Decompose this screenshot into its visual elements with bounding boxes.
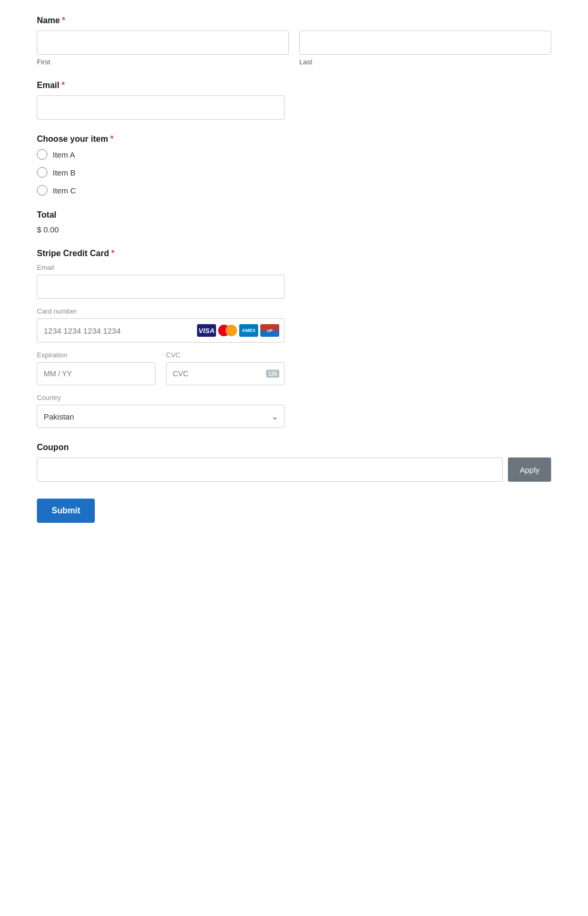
expiry-label: Expiration — [37, 351, 155, 359]
country-wrapper: Pakistan United States United Kingdom Ca… — [37, 405, 285, 428]
expiry-cvc-row: Expiration CVC 135 — [37, 351, 285, 385]
cvc-input-wrapper: 135 — [166, 362, 285, 385]
email-input[interactable] — [37, 95, 285, 120]
name-label: Name * — [37, 16, 551, 25]
radio-label-a: Item A — [53, 150, 75, 159]
amex-icon: AMEX — [239, 324, 258, 337]
stripe-email-label: Email — [37, 264, 551, 271]
radio-input-b[interactable] — [37, 167, 47, 178]
total-label: Total — [37, 210, 551, 220]
choose-item-label-text: Choose your item — [37, 134, 108, 144]
coupon-label-text: Coupon — [37, 443, 68, 452]
expiry-input[interactable] — [37, 362, 155, 385]
email-label-text: Email — [37, 81, 60, 90]
card-number-wrapper: VISA AMEX UP — [37, 318, 285, 343]
card-icons: VISA AMEX UP — [197, 324, 279, 337]
submit-button[interactable]: Submit — [37, 499, 95, 523]
apply-button[interactable]: Apply — [508, 457, 551, 482]
expiry-col: Expiration — [37, 351, 155, 385]
radio-item-a[interactable]: Item A — [37, 149, 551, 160]
radio-input-a[interactable] — [37, 149, 47, 160]
coupon-label: Coupon — [37, 443, 551, 452]
choose-item-label: Choose your item * — [37, 134, 551, 144]
choose-item-required-star: * — [110, 134, 113, 144]
country-select[interactable]: Pakistan United States United Kingdom Ca… — [37, 405, 285, 428]
unionpay-icon: UP — [260, 324, 279, 337]
country-label: Country — [37, 394, 551, 402]
card-number-label: Card number — [37, 307, 551, 315]
last-name-input[interactable] — [299, 31, 551, 55]
stripe-label: Stripe Credit Card * — [37, 249, 551, 258]
email-required-star: * — [62, 81, 65, 90]
expiry-input-wrapper — [37, 362, 155, 385]
last-sublabel: Last — [299, 58, 551, 66]
email-label: Email * — [37, 81, 551, 90]
cvc-col: CVC 135 — [166, 351, 285, 385]
total-value: $ 0.00 — [37, 225, 551, 234]
first-name-input[interactable] — [37, 31, 289, 55]
radio-label-b: Item B — [53, 168, 75, 177]
first-sublabel: First — [37, 58, 289, 66]
radio-item-c[interactable]: Item C — [37, 185, 551, 196]
mastercard-icon — [218, 324, 237, 337]
total-label-text: Total — [37, 210, 56, 220]
radio-label-c: Item C — [53, 186, 76, 195]
radio-input-c[interactable] — [37, 185, 47, 196]
stripe-label-text: Stripe Credit Card — [37, 249, 109, 258]
visa-icon: VISA — [197, 324, 216, 337]
name-label-text: Name — [37, 16, 60, 25]
coupon-input[interactable] — [37, 457, 503, 482]
radio-item-b[interactable]: Item B — [37, 167, 551, 178]
stripe-required-star: * — [111, 249, 114, 258]
stripe-email-input[interactable] — [37, 275, 285, 299]
name-required-star: * — [62, 16, 65, 25]
cvc-badge-icon: 135 — [266, 370, 279, 378]
cvc-label: CVC — [166, 351, 285, 359]
item-radio-group: Item A Item B Item C — [37, 149, 551, 196]
coupon-row: Apply — [37, 457, 551, 482]
